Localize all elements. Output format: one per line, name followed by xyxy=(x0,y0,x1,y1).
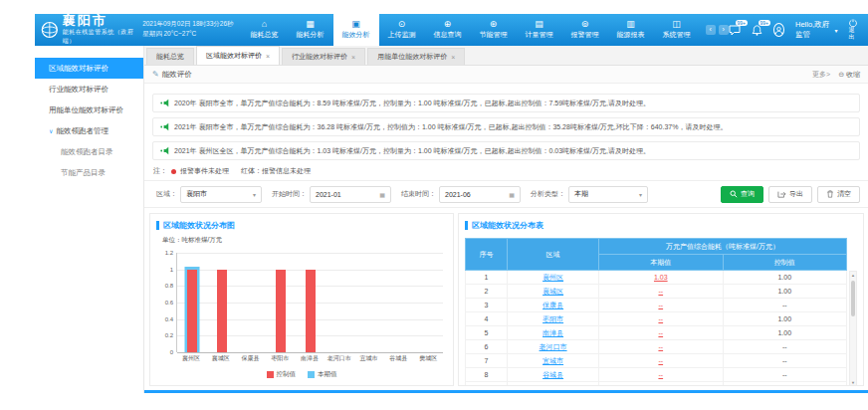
nav-item-metering-mgmt[interactable]: ▤计量管理 xyxy=(517,14,562,46)
nav-scroll-right-button[interactable]: › xyxy=(719,25,729,35)
row-control: -- xyxy=(723,354,847,368)
main-nav: ⌂能耗总览▦能耗分析▣能效分析⊙上传监测⊕信息查询⊛节能管理▤计量管理⊚报警管理… xyxy=(242,14,700,46)
region-select[interactable]: 襄阳市 ▾ xyxy=(180,186,262,203)
bar-slot xyxy=(296,253,326,352)
scroll-up-icon[interactable]: ▲ xyxy=(850,272,856,280)
bottom-accent-line xyxy=(144,390,868,393)
row-control: 1.00 xyxy=(723,326,847,340)
row-current: -- xyxy=(599,340,723,354)
app-window: 襄阳市 能耗在线监管系统（政府端） 2021年09月02日 18时33分26秒 … xyxy=(35,14,868,396)
nav-item-info-query[interactable]: ⊕信息查询 xyxy=(425,14,471,46)
export-button[interactable]: 导出 xyxy=(768,186,812,203)
start-date-input[interactable]: 2021-01 ▦ xyxy=(310,186,391,203)
nav-item-upload-monitor[interactable]: ⊙上传监测 xyxy=(379,14,425,46)
legend-swatch xyxy=(308,371,315,378)
nav-item-energy-report[interactable]: ▥能源报表 xyxy=(608,14,654,46)
scroll-down-icon[interactable]: ▼ xyxy=(850,379,856,386)
table-scrollbar[interactable]: ▲ ▼ xyxy=(849,271,857,386)
system-icon: ◫ xyxy=(672,20,681,29)
y-tick-label: 0 xyxy=(170,349,173,356)
report-icon: ▥ xyxy=(626,20,635,29)
row-index: 5 xyxy=(466,326,508,340)
region-link[interactable]: 樊城区 xyxy=(542,385,563,387)
tab-label: 用能单位能效对标评价 xyxy=(377,52,447,62)
collapse-button[interactable]: ⊖ 收缩 xyxy=(838,70,860,80)
bell-icon[interactable]: 99+ xyxy=(752,25,762,36)
nav-item-energy-consumption-analysis[interactable]: ▦能耗分析 xyxy=(288,14,333,46)
sidebar-item-unit-benchmark[interactable]: 用能单位能效对标评价 xyxy=(35,100,143,120)
query-button[interactable]: 查询 xyxy=(721,186,763,203)
nav-item-energy-overview[interactable]: ⌂能耗总览 xyxy=(242,14,288,46)
region-link[interactable]: 枣阳市 xyxy=(542,315,563,322)
close-icon[interactable]: × xyxy=(266,53,270,60)
panels: 区域能效状况分布图 单位：吨标准煤/万元 00.20.40.60.811.2 襄… xyxy=(144,208,868,390)
sidebar-item-leader-catalog[interactable]: 能效领跑者目录 xyxy=(35,141,143,162)
clear-button[interactable]: 清空 xyxy=(817,186,860,203)
nav-item-system-mgmt[interactable]: ◫系统管理 xyxy=(654,14,700,46)
nav-item-alarm-mgmt[interactable]: ⊚报警管理 xyxy=(562,14,608,46)
analysis-type-select[interactable]: 本期 ▾ xyxy=(568,186,648,203)
user-greeting[interactable]: Hello,政府监管 ▾ xyxy=(795,20,838,40)
current-value-link[interactable]: -- xyxy=(658,385,663,386)
region-link[interactable]: 襄城区 xyxy=(542,288,563,295)
region-link[interactable]: 襄州区 xyxy=(542,274,563,281)
home-icon: ⌂ xyxy=(262,20,267,29)
col-header-region: 区域 xyxy=(508,239,599,271)
more-link[interactable]: 更多> xyxy=(812,70,830,80)
tab-industry-benchmark[interactable]: 行业能效对标评价× xyxy=(282,48,365,65)
bar-slot xyxy=(177,253,207,352)
chart-icon: ▦ xyxy=(306,20,315,29)
region-link[interactable]: 南漳县 xyxy=(542,329,563,336)
region-link[interactable]: 谷城县 xyxy=(542,371,563,378)
current-value-link[interactable]: -- xyxy=(658,315,663,322)
bar-control[interactable] xyxy=(217,270,227,352)
edit-icon: ✎ xyxy=(152,70,159,79)
bar-control[interactable] xyxy=(187,270,197,352)
bar-control[interactable] xyxy=(276,270,286,352)
logout-button[interactable]: 退出 xyxy=(849,19,858,41)
y-tick-label: 1 xyxy=(170,267,173,274)
close-icon[interactable]: × xyxy=(351,54,355,61)
table-row: 2襄城区--1.00 xyxy=(466,285,847,299)
message-icon[interactable]: 99+ xyxy=(729,25,741,36)
nav-scroll-left-button[interactable]: ‹ xyxy=(706,25,716,35)
nav-item-energy-saving-mgmt[interactable]: ⊛节能管理 xyxy=(471,14,517,46)
close-icon[interactable]: × xyxy=(451,54,455,61)
user-avatar-icon[interactable] xyxy=(773,23,784,37)
region-link[interactable]: 老河口市 xyxy=(540,343,567,350)
scrollbar-thumb[interactable] xyxy=(851,281,855,316)
sidebar-item-region-benchmark[interactable]: 区域能效对标评价 xyxy=(35,58,143,79)
nav-label: 能耗分析 xyxy=(297,30,325,40)
chevron-down-icon: ▾ xyxy=(639,191,642,198)
region-link[interactable]: 保康县 xyxy=(542,302,563,308)
region-link[interactable]: 宜城市 xyxy=(542,357,563,364)
title-accent-bar xyxy=(465,221,468,230)
row-index: 4 xyxy=(466,312,508,326)
current-value-link[interactable]: -- xyxy=(658,329,663,336)
row-current: -- xyxy=(599,312,723,326)
tab-unit-benchmark[interactable]: 用能单位能效对标评价× xyxy=(367,48,465,65)
current-value-link[interactable]: -- xyxy=(658,357,663,364)
current-value-link[interactable]: -- xyxy=(658,288,663,295)
row-region: 枣阳市 xyxy=(508,312,599,326)
sidebar-item-leader-mgmt[interactable]: ∨能效领跑者管理 xyxy=(35,120,143,141)
tab-region-benchmark[interactable]: 区域能效对标评价× xyxy=(196,46,280,65)
export-icon xyxy=(777,190,786,198)
bar-control[interactable] xyxy=(306,270,316,352)
efficiency-icon: ▣ xyxy=(351,20,360,29)
current-value-link[interactable]: 1.03 xyxy=(654,274,668,281)
current-value-link[interactable]: -- xyxy=(658,343,663,350)
table-row: 7宜城市---- xyxy=(466,354,847,368)
bell-badge: 99+ xyxy=(759,20,770,26)
y-tick-label: 0.8 xyxy=(165,283,173,290)
sidebar-item-saving-product-catalog[interactable]: 节能产品目录 xyxy=(35,162,143,183)
current-value-link[interactable]: -- xyxy=(658,371,663,378)
nav-item-energy-efficiency-analysis[interactable]: ▣能效分析 xyxy=(333,14,379,46)
row-current: 1.03 xyxy=(599,271,723,285)
current-value-link[interactable]: -- xyxy=(658,302,663,308)
tab-energy-overview[interactable]: 能耗总览 xyxy=(146,48,194,65)
sidebar-item-industry-benchmark[interactable]: 行业能效对标评价 xyxy=(35,79,143,100)
power-icon xyxy=(849,19,857,27)
header-right: 99+ 99+ Hello,政府监管 ▾ 退出 xyxy=(729,14,868,46)
end-date-input[interactable]: 2021-06 ▦ xyxy=(439,186,521,203)
